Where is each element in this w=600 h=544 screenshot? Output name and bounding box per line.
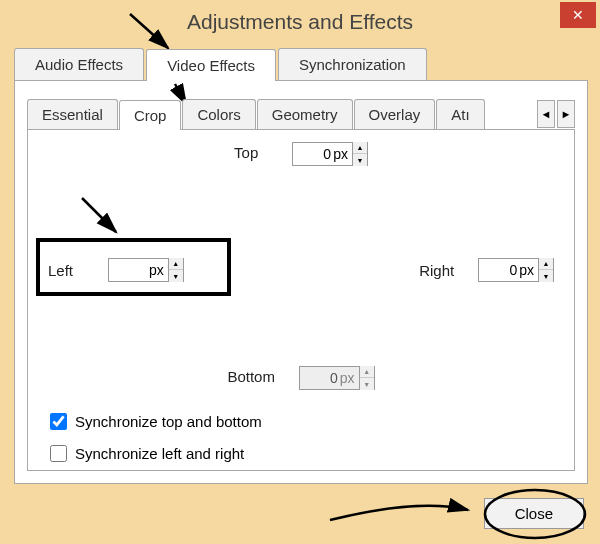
crop-left-label: Left: [48, 262, 108, 279]
crop-bottom-spinner: px ▲ ▼: [299, 366, 375, 390]
unit-label: px: [333, 146, 352, 162]
subtab-crop[interactable]: Crop: [119, 100, 182, 130]
tab-video-effects[interactable]: Video Effects: [146, 49, 276, 81]
crop-right-label: Right: [419, 262, 454, 279]
sync-top-bottom-checkbox[interactable]: [50, 413, 67, 430]
tab-scroll-right-button[interactable]: ►: [557, 100, 575, 128]
crop-left-spinner[interactable]: px ▲ ▼: [108, 258, 184, 282]
crop-top-input[interactable]: [293, 146, 333, 162]
crop-bottom-row: Bottom px ▲ ▼: [28, 366, 574, 390]
window-title: Adjustments and Effects: [187, 10, 413, 34]
sync-left-right-label: Synchronize left and right: [75, 445, 244, 462]
sync-top-bottom-label: Synchronize top and bottom: [75, 413, 262, 430]
spinner-down-icon: ▼: [360, 378, 374, 390]
spinner-up-icon[interactable]: ▲: [169, 258, 183, 270]
crop-top-spinner[interactable]: px ▲ ▼: [292, 142, 368, 166]
subtab-overlay[interactable]: Overlay: [354, 99, 436, 129]
close-button[interactable]: Close: [484, 498, 584, 529]
chevron-right-icon: ►: [561, 108, 572, 120]
video-effects-panel: Essential Crop Colors Geometry Overlay A…: [14, 80, 588, 484]
unit-label: px: [340, 370, 359, 386]
spinner-down-icon[interactable]: ▼: [169, 270, 183, 282]
sync-left-right-checkbox[interactable]: [50, 445, 67, 462]
crop-panel: Top px ▲ ▼ Left px ▲ ▼ Righ: [27, 129, 575, 471]
annotation-arrow-icon: [330, 506, 468, 520]
window-close-button[interactable]: ✕: [560, 2, 596, 28]
crop-right-spinner[interactable]: px ▲ ▼: [478, 258, 554, 282]
crop-mid-row: Left px ▲ ▼ Right px ▲ ▼: [28, 258, 574, 282]
unit-label: px: [519, 262, 538, 278]
tab-synchronization[interactable]: Synchronization: [278, 48, 427, 80]
tab-audio-effects[interactable]: Audio Effects: [14, 48, 144, 80]
title-bar: Adjustments and Effects ✕: [0, 0, 600, 44]
spinner-up-icon: ▲: [360, 366, 374, 378]
spinner-up-icon[interactable]: ▲: [353, 142, 367, 154]
unit-label: px: [149, 262, 168, 278]
spinner-down-icon[interactable]: ▼: [353, 154, 367, 166]
subtab-colors[interactable]: Colors: [182, 99, 255, 129]
crop-bottom-label: Bottom: [227, 368, 275, 385]
crop-top-label: Top: [234, 144, 258, 161]
subtab-essential[interactable]: Essential: [27, 99, 118, 129]
tab-scroll-left-button[interactable]: ◄: [537, 100, 555, 128]
crop-left-input[interactable]: [109, 262, 149, 278]
crop-bottom-input: [300, 370, 340, 386]
crop-top-row: Top px ▲ ▼: [28, 142, 574, 166]
subtab-more[interactable]: Atı: [436, 99, 484, 129]
sync-left-right-row: Synchronize left and right: [46, 442, 244, 465]
chevron-left-icon: ◄: [541, 108, 552, 120]
subtab-geometry[interactable]: Geometry: [257, 99, 353, 129]
dialog-footer: Close: [484, 496, 584, 530]
crop-right-input[interactable]: [479, 262, 519, 278]
close-icon: ✕: [572, 7, 584, 23]
spinner-down-icon[interactable]: ▼: [539, 270, 553, 282]
spinner-up-icon[interactable]: ▲: [539, 258, 553, 270]
main-tab-bar: Audio Effects Video Effects Synchronizat…: [14, 48, 429, 80]
sync-top-bottom-row: Synchronize top and bottom: [46, 410, 262, 433]
sub-tab-bar: Essential Crop Colors Geometry Overlay A…: [27, 99, 575, 129]
